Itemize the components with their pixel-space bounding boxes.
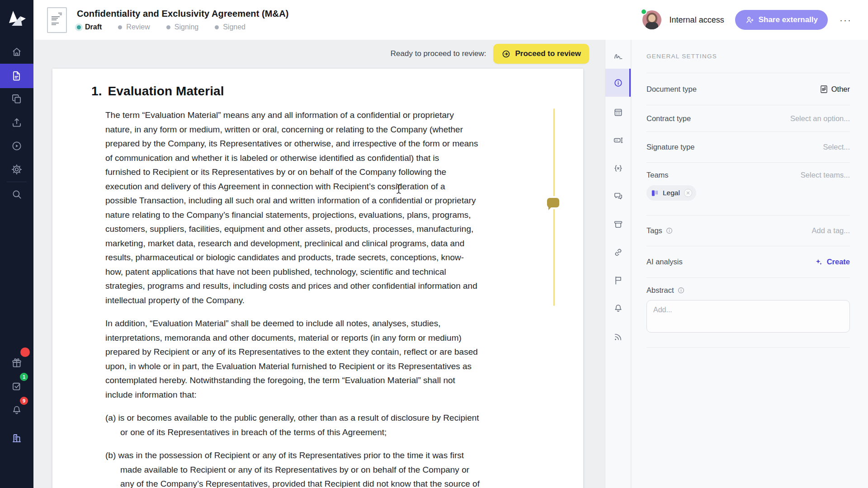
sidebar-item-notifications[interactable]: 9	[0, 399, 33, 422]
doc-type-icon	[821, 85, 827, 93]
input-field-icon	[613, 135, 623, 145]
list-item-b: (b) was in the possession of Recipient o…	[105, 448, 583, 488]
signature-type-label: Signature type	[646, 143, 694, 151]
document-thumbnail-lines	[50, 10, 64, 29]
review-prompt-bar: Ready to proceed to review: Proceed to r…	[33, 40, 605, 68]
tool-flags[interactable]	[605, 266, 631, 294]
tool-reminders[interactable]	[605, 294, 631, 322]
section-heading: 1. Evaluation Material	[91, 84, 583, 99]
link-icon	[613, 247, 623, 258]
teams-select[interactable]: Select teams...	[801, 171, 850, 179]
abstract-label: Abstract	[646, 286, 850, 295]
abstract-row: Abstract	[646, 278, 850, 348]
task-check-icon	[11, 380, 23, 392]
create-ai-analysis-button[interactable]: Create	[815, 258, 850, 266]
document-type-label: Document type	[646, 85, 697, 94]
header-title-block: Confidentiality and Exclusivity Agreemen…	[77, 9, 288, 31]
sidebar-item-search[interactable]	[0, 183, 33, 206]
document-thumbnail	[47, 7, 67, 33]
paragraph-1: The term “Evaluation Material” means any…	[105, 108, 583, 307]
arrow-circle-icon	[501, 49, 511, 59]
document-type-value[interactable]: Other	[821, 85, 850, 94]
tool-variables[interactable]	[605, 154, 631, 182]
tool-esignature[interactable]	[605, 42, 631, 70]
feed-icon	[613, 332, 623, 342]
tool-fields[interactable]	[605, 126, 631, 154]
step-dot	[77, 25, 81, 29]
notifications-badge: 9	[20, 397, 28, 405]
app-header: Confidentiality and Exclusivity Agreemen…	[33, 0, 868, 40]
general-settings-panel: GENERAL SETTINGS Document type Other Con…	[632, 40, 868, 488]
proceed-to-review-button[interactable]: Proceed to review	[493, 44, 589, 64]
comment-marker[interactable]	[547, 198, 559, 207]
info-icon	[613, 78, 623, 88]
tool-links[interactable]	[605, 238, 631, 266]
sidebar-item-templates[interactable]	[0, 87, 33, 111]
document-type-row: Document type Other	[646, 73, 850, 105]
review-message: Ready to proceed to review:	[391, 49, 486, 58]
ai-analysis-label: AI analysis	[646, 258, 683, 266]
gift-icon	[11, 357, 23, 369]
tasks-badge: 1	[20, 373, 28, 381]
archive-box-icon	[613, 219, 623, 230]
team-icon	[651, 189, 659, 197]
step-dot	[215, 25, 219, 29]
more-options-button[interactable]: ···	[836, 12, 855, 28]
sidebar-item-documents[interactable]	[0, 64, 33, 88]
signature-type-select[interactable]: Select...	[823, 143, 850, 151]
page-title: Confidentiality and Exclusivity Agreemen…	[77, 9, 288, 19]
building-icon	[11, 432, 23, 444]
sparkle-icon	[815, 258, 823, 266]
panel-section-title: GENERAL SETTINGS	[646, 40, 850, 73]
teams-label: Teams	[646, 171, 669, 179]
teams-row: Teams Select teams... Legal ✕	[646, 163, 850, 216]
user-avatar[interactable]	[642, 10, 661, 29]
whats-new-badge	[20, 347, 30, 357]
abstract-textarea[interactable]	[646, 300, 850, 333]
sidebar-item-settings[interactable]	[0, 158, 33, 181]
step-review: Review	[118, 23, 150, 31]
tags-label: Tags	[646, 226, 673, 235]
bell-icon	[613, 303, 623, 314]
calendar-icon	[613, 107, 623, 117]
tool-details[interactable]	[605, 69, 631, 97]
home-icon	[11, 46, 23, 58]
share-externally-button[interactable]: Share externally	[735, 10, 828, 30]
step-draft: Draft	[77, 23, 102, 31]
header-actions: Internal access Share externally ···	[642, 10, 855, 30]
search-icon	[11, 188, 23, 200]
sidebar-item-whats-new[interactable]	[0, 351, 33, 375]
sidebar-item-media[interactable]	[0, 134, 33, 158]
contract-type-row: Contract type Select an option...	[646, 105, 850, 132]
contract-type-label: Contract type	[646, 114, 691, 123]
tool-archive[interactable]	[605, 210, 631, 238]
document-icon	[11, 70, 23, 82]
section-number: 1.	[91, 84, 102, 99]
person-plus-icon	[745, 15, 754, 24]
sidebar-item-upload[interactable]	[0, 111, 33, 134]
sidebar-item-tasks[interactable]: 1	[0, 375, 33, 398]
tool-activity[interactable]	[605, 323, 631, 351]
access-level-label[interactable]: Internal access	[670, 15, 724, 25]
section-title: Evaluation Material	[108, 84, 224, 99]
contract-type-select[interactable]: Select an option...	[790, 114, 850, 123]
avatar-face	[648, 14, 656, 22]
app-logo[interactable]	[0, 4, 33, 35]
tool-comments[interactable]	[605, 182, 631, 210]
step-dot	[118, 25, 122, 29]
remove-team-button[interactable]: ✕	[684, 189, 692, 197]
comments-icon	[613, 191, 623, 202]
document-workspace: Ready to proceed to review: Proceed to r…	[33, 40, 605, 488]
copy-icon	[11, 93, 23, 105]
document-page[interactable]: 1. Evaluation Material The term “Evaluat…	[52, 69, 583, 488]
tool-dates[interactable]	[605, 98, 631, 126]
avatar-body	[646, 22, 658, 29]
step-signing: Signing	[166, 23, 198, 31]
sidebar-item-home[interactable]	[0, 40, 33, 64]
text-cursor	[396, 183, 401, 194]
add-tag-input[interactable]: Add a tag...	[812, 226, 850, 235]
team-chip-legal[interactable]: Legal ✕	[646, 185, 696, 201]
gear-icon	[11, 164, 23, 175]
sidebar-item-organization[interactable]	[0, 426, 33, 450]
variables-icon	[613, 163, 623, 174]
